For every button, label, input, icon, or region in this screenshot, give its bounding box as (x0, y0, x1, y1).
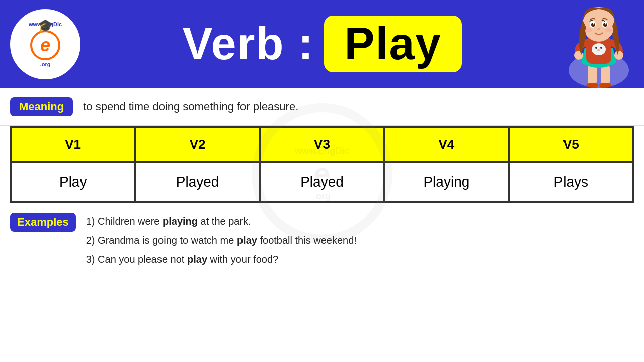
svg-point-4 (599, 83, 611, 88)
verb-badge: Play (324, 16, 461, 72)
title-verb-label: Verb : (182, 18, 314, 70)
examples-list: 1) Children were playing at the park. 2)… (86, 212, 357, 269)
example-3-bold: play (187, 254, 207, 265)
examples-badge: Examples (10, 213, 76, 232)
verb-table-wrapper: V1 V2 V3 V4 V5 Play Played Played Playin… (0, 126, 644, 203)
verb-name: Play (344, 18, 441, 70)
cell-v2: Played (135, 162, 260, 202)
col-header-v4: V4 (384, 127, 509, 162)
svg-point-21 (605, 23, 607, 25)
col-header-v2: V2 (135, 127, 260, 162)
meaning-badge: Meaning (10, 97, 73, 116)
cell-v1: Play (11, 162, 135, 202)
examples-section: Examples 1) Children were playing at the… (0, 203, 644, 278)
col-header-v5: V5 (509, 127, 633, 162)
cell-v3: Played (260, 162, 384, 202)
svg-point-13 (614, 51, 623, 60)
example-1-bold: playing (163, 216, 198, 227)
table-row: Play Played Played Playing Plays (11, 162, 633, 202)
cell-v5: Plays (509, 162, 633, 202)
table-header-row: V1 V2 V3 V4 V5 (11, 127, 633, 162)
svg-point-24 (605, 28, 612, 32)
col-header-v1: V1 (11, 127, 135, 162)
example-1-prefix: 1) Children were (86, 216, 163, 227)
meaning-row: Meaning to spend time doing something fo… (0, 88, 644, 126)
example-3-prefix: 3) Can you please not (86, 254, 187, 265)
girl-illustration (558, 3, 639, 88)
meaning-text: to spend time doing something for pleasu… (83, 100, 298, 113)
logo: www.EngDic e 🎓 .org (10, 9, 80, 79)
example-2: 2) Grandma is going to watch me play foo… (86, 231, 357, 250)
col-header-v3: V3 (260, 127, 384, 162)
header: www.EngDic e 🎓 .org Verb : Play (0, 0, 644, 88)
svg-point-10 (600, 47, 602, 49)
svg-point-23 (585, 28, 592, 32)
example-3: 3) Can you please not play with your foo… (86, 250, 357, 269)
svg-point-9 (595, 47, 597, 49)
svg-point-3 (586, 83, 598, 88)
girl-svg (564, 5, 634, 88)
example-2-prefix: 2) Grandma is going to watch me (86, 235, 237, 246)
logo-url-bottom: .org (40, 61, 51, 67)
example-2-suffix: football this weekend! (257, 235, 357, 246)
verb-table: V1 V2 V3 V4 V5 Play Played Played Playin… (10, 126, 634, 203)
example-2-bold: play (237, 235, 257, 246)
logo-e-circle: e (30, 30, 60, 60)
grad-cap-icon: 🎓 (37, 18, 53, 34)
header-title: Verb : Play (182, 16, 461, 72)
logo-letter: e (40, 35, 50, 56)
cell-v4: Playing (384, 162, 509, 202)
content-area: www.EngDic e .org Meaning to spend time … (0, 88, 644, 278)
svg-point-11 (597, 49, 600, 51)
svg-point-22 (597, 28, 600, 30)
example-1: 1) Children were playing at the park. (86, 212, 357, 231)
example-3-suffix: with your food? (207, 254, 278, 265)
example-1-suffix: at the park. (198, 216, 251, 227)
svg-point-20 (593, 23, 595, 25)
